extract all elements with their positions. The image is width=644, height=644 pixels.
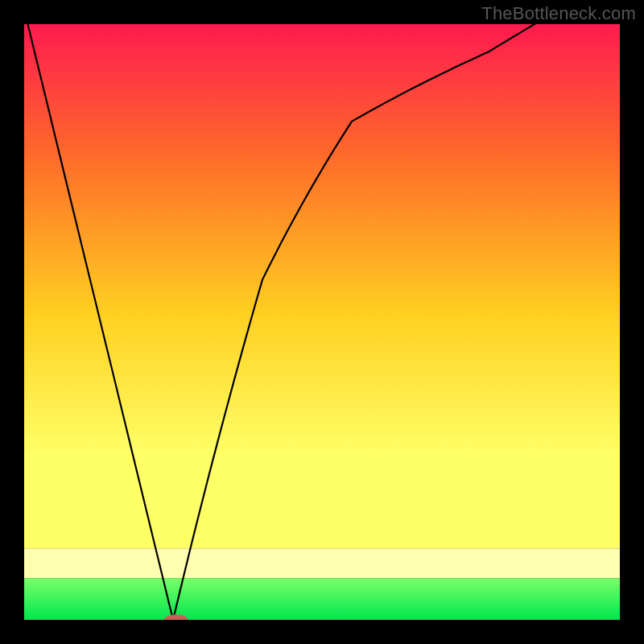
background-pale-band	[24, 548, 620, 578]
background-gradient	[24, 24, 620, 548]
chart-frame: TheBottleneck.com	[0, 0, 644, 644]
plot-area	[24, 24, 620, 620]
background-green-band	[24, 578, 620, 620]
chart-svg	[24, 24, 620, 620]
watermark-label: TheBottleneck.com	[481, 3, 636, 24]
